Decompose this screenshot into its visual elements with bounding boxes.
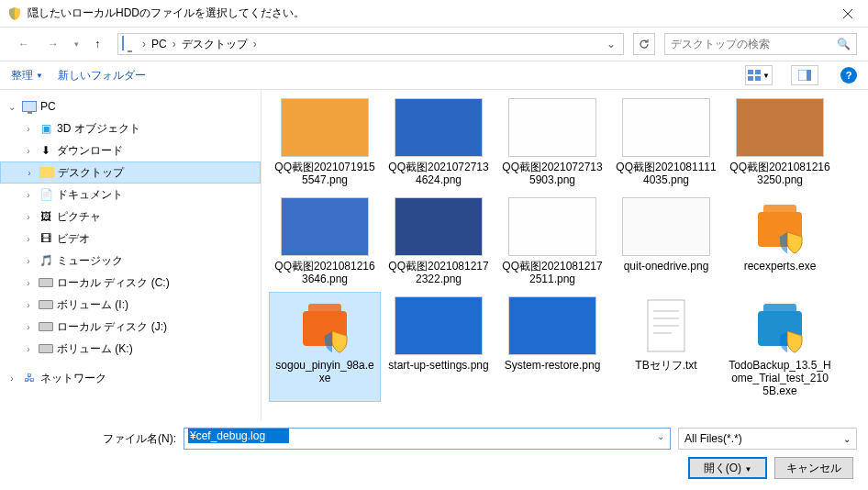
tree-item[interactable]: › 🎞 ビデオ [0,228,261,250]
tree-item[interactable]: › 🖼 ピクチャ [0,206,261,228]
file-item[interactable]: System-restore.png [496,292,608,402]
nav-tree[interactable]: ⌄ PC › ▣ 3D オブジェクト › ⬇ ダウンロード › デスクトップ ›… [0,90,262,420]
tree-item-label: ドキュメント [57,187,123,203]
file-name: quit-onedrive.png [624,260,709,273]
collapse-icon[interactable]: ⌄ [6,102,18,112]
file-item[interactable]: QQ截图20210719155547.png [269,94,381,191]
address-bar[interactable]: › PC › デスクトップ › ⌄ [117,33,624,55]
tree-item-label: ダウンロード [57,143,123,159]
toolbar: 整理 ▼ 新しいフォルダー ▼ ? [0,61,868,90]
filename-input[interactable] [188,429,289,443]
file-pane[interactable]: QQ截图20210719155547.png QQ截图2021072713462… [262,90,868,420]
back-button[interactable]: ← [11,31,37,57]
file-name: QQ截图20210727135903.png [501,161,604,186]
file-name: QQ截图20210812172322.png [387,260,490,285]
expand-icon[interactable]: › [22,300,35,310]
expand-icon[interactable]: › [22,212,35,222]
tree-item-label: ビデオ [57,231,90,247]
expand-icon[interactable]: › [22,234,35,244]
tree-item-icon: 🎵 [39,253,53,268]
expand-icon[interactable]: › [6,373,18,384]
file-item[interactable]: TBセリフ.txt [610,292,722,402]
file-item[interactable]: start-up-settings.png [383,292,495,402]
titlebar: 隠したいローカルHDDのファイルを選択してください。 [0,0,868,28]
file-item[interactable]: QQ截图20210812172322.png [383,193,495,290]
chevron-down-icon[interactable]: ⌄ [657,431,664,441]
expand-icon[interactable]: › [22,322,35,332]
breadcrumb-desktop[interactable]: デスクトップ [178,37,251,52]
tree-item[interactable]: › ▣ 3D オブジェクト [0,117,261,139]
file-name: System-restore.png [505,359,601,372]
footer: ファイル名(N): ⌄ All Files(*.*) ⌄ 開く(O) ▼ キャン… [0,420,868,486]
tree-item-icon [39,297,53,312]
tree-pc[interactable]: ⌄ PC [0,95,261,117]
forward-button[interactable]: → [40,31,66,57]
tree-item[interactable]: › ボリューム (K:) [0,338,261,360]
tree-item-label: 3D オブジェクト [57,121,140,137]
expand-icon[interactable]: › [22,190,35,200]
organize-menu[interactable]: 整理 ▼ [11,68,43,84]
expand-icon[interactable]: › [22,278,35,288]
file-name: recexperts.exe [744,260,817,273]
recent-dropdown[interactable]: ▾ [70,31,83,57]
expand-icon[interactable]: › [22,124,35,134]
tree-item[interactable]: › 📄 ドキュメント [0,184,261,206]
up-button[interactable]: ↑ [86,33,108,55]
expand-icon[interactable]: › [22,146,35,156]
breadcrumb-pc[interactable]: PC [148,38,171,50]
thumbnails-icon [748,70,761,81]
open-button[interactable]: 開く(O) ▼ [688,457,767,479]
tree-item[interactable]: › ローカル ディスク (J:) [0,316,261,338]
tree-item-label: ボリューム (I:) [57,297,128,313]
help-button[interactable]: ? [840,67,857,84]
file-item[interactable]: QQ截图20210727135903.png [496,94,608,191]
file-item[interactable]: QQ截图20210811114035.png [610,94,722,191]
file-item[interactable]: QQ截图20210727134624.png [383,94,495,191]
svg-rect-3 [755,76,761,81]
tree-item-icon [39,275,53,290]
new-folder-button[interactable]: 新しいフォルダー [58,68,146,84]
tree-item-label: ボリューム (K:) [57,341,133,357]
svg-rect-7 [763,205,796,217]
file-item[interactable]: recexperts.exe [724,193,836,290]
tree-item[interactable]: › ⬇ ダウンロード [0,139,261,161]
tree-item-icon: 📄 [39,187,53,202]
tree-item[interactable]: › ローカル ディスク (C:) [0,272,261,294]
file-name: start-up-settings.png [388,359,488,372]
search-box[interactable]: 🔍 [664,33,857,55]
search-input[interactable] [671,38,837,50]
tree-item[interactable]: › 🎵 ミュージック [0,250,261,272]
preview-pane-button[interactable] [791,65,818,85]
tree-item[interactable]: › デスクトップ [0,161,261,184]
chevron-down-icon: ⌄ [843,434,851,444]
tree-network[interactable]: › 🖧 ネットワーク [0,367,261,389]
preview-icon [798,70,811,81]
file-item[interactable]: sogou_pinyin_98a.exe [269,292,381,402]
expand-icon[interactable]: › [22,256,35,266]
file-name: QQ截图20210812163250.png [729,161,831,186]
chevron-right-icon: › [171,38,178,50]
tree-label: PC [40,100,56,113]
view-thumbnails-button[interactable]: ▼ [745,65,773,85]
filename-field[interactable]: ⌄ [184,428,671,450]
tree-item-label: ミュージック [57,253,123,269]
tree-item[interactable]: › ボリューム (I:) [0,294,261,316]
filter-combo[interactable]: All Files(*.*) ⌄ [678,428,857,450]
file-item[interactable]: QQ截图20210812163646.png [269,193,381,290]
pc-icon [122,37,137,51]
cancel-button[interactable]: キャンセル [774,457,853,479]
file-name: TodoBackup_13.5_Home_Trial_test_2105B.ex… [729,359,831,397]
tree-item-label: ピクチャ [57,209,101,225]
address-dropdown[interactable]: ⌄ [603,38,619,50]
close-icon [843,9,852,18]
refresh-button[interactable] [633,33,655,55]
file-item[interactable]: QQ截图20210812172511.png [496,193,608,290]
refresh-icon [639,39,650,50]
file-item[interactable]: QQ截图20210812163250.png [724,94,836,191]
file-item[interactable]: TodoBackup_13.5_Home_Trial_test_2105B.ex… [724,292,836,402]
expand-icon[interactable]: › [23,168,36,178]
expand-icon[interactable]: › [22,344,35,354]
close-button[interactable] [827,0,868,28]
file-item[interactable]: quit-onedrive.png [610,193,722,290]
network-icon: 🖧 [22,371,37,385]
